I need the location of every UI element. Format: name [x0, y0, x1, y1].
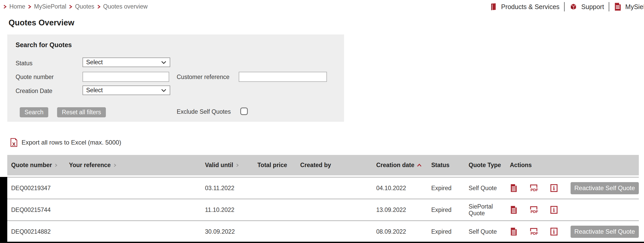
left-black-bar — [0, 177, 7, 243]
quotes-overview-page: Home MySiePortal Quotes Quotes overview … — [0, 0, 644, 243]
cell-quote-number: DEQ00219347 — [7, 185, 65, 191]
creation-date-select[interactable]: Select — [83, 85, 170, 95]
sort-chevron-icon — [236, 163, 239, 168]
chevron-down-icon — [161, 89, 167, 92]
svg-text:i: i — [553, 229, 555, 235]
column-header-valid-until[interactable]: Valid until — [201, 162, 254, 169]
pdf-icon: PDF — [529, 184, 538, 192]
svg-text:i: i — [553, 185, 555, 191]
column-header-your-reference[interactable]: Your reference — [65, 162, 201, 169]
cell-creation-date: 04.10.2022 — [372, 185, 427, 191]
creation-date-select-value: Select — [86, 87, 103, 94]
reactivate-self-quote-button[interactable]: Reactivate Self Quote — [571, 226, 639, 238]
svg-text:X: X — [12, 141, 16, 147]
quote-number-input[interactable] — [83, 72, 169, 82]
nav-support[interactable]: Support — [569, 3, 604, 11]
nav-label: Products & Services — [501, 3, 559, 11]
export-excel-link[interactable]: X Export all rows to Excel (max. 5000) — [10, 138, 121, 147]
svg-text:PDF: PDF — [531, 188, 538, 192]
download-pdf-button[interactable]: PDF — [529, 184, 538, 192]
nav-divider — [609, 2, 609, 11]
column-label: Created by — [300, 162, 331, 169]
nav-label: Support — [581, 3, 604, 11]
cell-creation-date: 13.09.2022 — [372, 206, 427, 213]
quote-info-button[interactable]: i — [550, 184, 558, 192]
breadcrumb-mysieportal[interactable]: MySiePortal — [28, 3, 66, 10]
download-pdf-button[interactable]: PDF — [529, 205, 538, 214]
cell-quote-type: SiePortal Quote — [465, 203, 506, 217]
info-icon: i — [550, 227, 558, 236]
export-excel-label: Export all rows to Excel (max. 5000) — [22, 139, 121, 146]
search-panel: Search for Quotes Status Select Quote nu… — [7, 34, 344, 122]
document-icon — [510, 205, 518, 214]
document-icon — [510, 184, 518, 192]
chevron-right-icon — [28, 4, 31, 9]
page-title: Quotes Overview — [9, 18, 74, 27]
column-label: Total price — [257, 162, 287, 169]
creation-date-label: Creation Date — [16, 88, 52, 95]
chevron-right-icon — [69, 4, 72, 9]
table-row: DEQ00215744 11.10.2022 13.09.2022 Expire… — [7, 199, 639, 220]
status-select[interactable]: Select — [83, 58, 170, 67]
column-header-creation-date[interactable]: Creation date — [372, 162, 427, 169]
nav-label: MySieP — [625, 3, 644, 11]
breadcrumb-quotes-overview[interactable]: Quotes overview — [97, 3, 148, 10]
breadcrumb-label: MySiePortal — [34, 3, 66, 10]
open-quote-button[interactable] — [510, 205, 518, 214]
bottom-edge-line — [0, 242, 644, 243]
reset-filters-button[interactable]: Reset all filters — [57, 107, 106, 117]
cell-quote-type: Self Quote — [465, 228, 506, 235]
cell-valid-until: 30.09.2022 — [201, 228, 254, 235]
document-icon — [614, 2, 622, 11]
action-icons: PDF i — [510, 227, 558, 236]
breadcrumb-home[interactable]: Home — [3, 3, 25, 10]
info-icon: i — [550, 184, 558, 192]
customer-reference-label: Customer reference — [177, 74, 229, 81]
table-row: DEQ00219347 03.11.2022 04.10.2022 Expire… — [7, 177, 639, 199]
download-pdf-button[interactable]: PDF — [529, 227, 538, 236]
quote-number-label: Quote number — [16, 74, 54, 81]
column-label: Actions — [510, 162, 532, 169]
open-quote-button[interactable] — [510, 184, 518, 192]
document-icon — [510, 227, 518, 236]
cell-creation-date: 08.09.2022 — [372, 228, 427, 235]
column-header-total-price: Total price — [254, 162, 296, 169]
quote-info-button[interactable]: i — [550, 206, 558, 214]
exclude-self-quotes-label: Exclude Self Quotes — [177, 108, 231, 115]
exclude-self-quotes-checkbox[interactable] — [240, 108, 248, 115]
chevron-down-icon — [161, 61, 167, 64]
breadcrumb-quotes[interactable]: Quotes — [69, 3, 94, 10]
column-header-quote-number[interactable]: Quote number — [7, 162, 65, 169]
table-body: DEQ00219347 03.11.2022 04.10.2022 Expire… — [7, 177, 639, 242]
nav-mysieportal[interactable]: MySieP — [614, 2, 644, 11]
action-icons: PDF i — [510, 205, 558, 214]
breadcrumb: Home MySiePortal Quotes Quotes overview — [3, 3, 148, 10]
chevron-right-icon — [97, 4, 101, 9]
column-label: Quote number — [11, 162, 52, 169]
search-button[interactable]: Search — [20, 107, 48, 117]
status-label: Status — [16, 60, 32, 67]
quote-info-button[interactable]: i — [550, 227, 558, 236]
cell-status: Expired — [427, 206, 465, 213]
column-header-actions: Actions — [506, 162, 639, 169]
customer-reference-input[interactable] — [239, 72, 327, 82]
cube-icon — [569, 3, 578, 11]
nav-divider — [564, 2, 565, 11]
top-navigation: Products & Services Support MySieP — [489, 2, 644, 11]
breadcrumb-label: Home — [9, 3, 25, 10]
column-label: Status — [431, 162, 449, 169]
search-panel-title: Search for Quotes — [16, 41, 72, 49]
open-quote-button[interactable] — [510, 227, 518, 236]
column-label: Your reference — [69, 162, 111, 169]
nav-products-services[interactable]: Products & Services — [489, 2, 559, 11]
catalog-icon — [489, 2, 497, 11]
column-label: Quote Type — [469, 162, 501, 169]
table-row: DEQ00214882 30.09.2022 08.09.2022 Expire… — [7, 220, 639, 242]
cell-actions: PDF i Reactivate Self Quote — [506, 182, 639, 194]
cell-valid-until: 11.10.2022 — [201, 206, 254, 213]
table-header: Quote number Your reference Valid until … — [7, 155, 639, 175]
sort-chevron-icon — [113, 163, 117, 168]
reactivate-self-quote-button[interactable]: Reactivate Self Quote — [571, 182, 639, 194]
cell-quote-type: Self Quote — [465, 185, 506, 191]
column-header-status: Status — [427, 162, 465, 169]
